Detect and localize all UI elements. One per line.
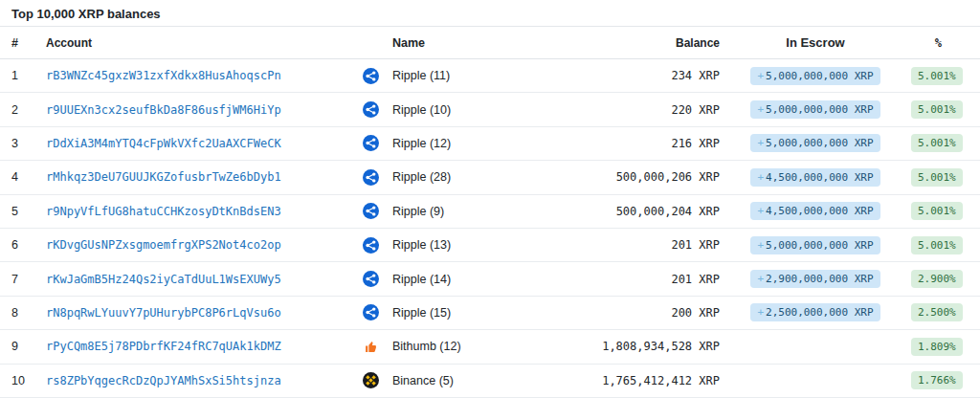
escrow-badge: +5,000,000,000 XRP xyxy=(750,236,880,254)
table-body: 1 rB3WNZc45gxzW31zxfXdkx8HusAhoqscPn Rip… xyxy=(0,59,980,398)
balance-cell: 1,765,412,412 XRP xyxy=(593,374,720,387)
name-cell: Ripple (13) xyxy=(383,238,593,252)
xrp-richlist-page: Top 10,000 XRP balances # Account Name B… xyxy=(0,0,980,398)
table-row: 1 rB3WNZc45gxzW31zxfXdkx8HusAhoqscPn Rip… xyxy=(0,59,980,93)
escrow-cell: +5,000,000,000 XRP xyxy=(720,134,911,152)
table-header-row: # Account Name Balance In Escrow % xyxy=(0,27,980,59)
percent-badge: 5.001% xyxy=(911,168,963,187)
header-rank: # xyxy=(0,36,46,50)
percent-badge: 5.001% xyxy=(911,202,963,220)
ripple-icon xyxy=(363,203,379,219)
percent-badge: 1.809% xyxy=(911,338,963,356)
rank-cell: 5 xyxy=(0,205,46,218)
percent-cell: 5.001% xyxy=(911,134,980,152)
ripple-icon xyxy=(363,304,379,321)
percent-cell: 5.001% xyxy=(911,168,980,187)
escrow-badge: +5,000,000,000 XRP xyxy=(750,100,880,119)
plus-sign: + xyxy=(757,205,764,217)
table-row: 3 rDdXiA3M4mYTQ4cFpWkVXfc2UaAXCFWeCK Rip… xyxy=(0,127,980,161)
coin-icon-cell xyxy=(358,68,383,84)
balance-cell: 216 XRP xyxy=(593,137,720,150)
rank-cell: 6 xyxy=(0,238,46,252)
plus-sign: + xyxy=(757,171,764,184)
rank-cell: 9 xyxy=(0,340,46,353)
escrow-cell: +5,000,000,000 XRP xyxy=(720,100,911,119)
plus-sign: + xyxy=(757,137,764,149)
name-cell: Ripple (10) xyxy=(383,103,593,117)
account-link[interactable]: rB3WNZc45gxzW31zxfXdkx8HusAhoqscPn xyxy=(46,69,281,82)
percent-badge: 5.001% xyxy=(911,67,963,85)
coin-icon-cell xyxy=(358,372,383,388)
rank-cell: 7 xyxy=(0,273,46,286)
ripple-icon xyxy=(363,237,379,254)
account-link[interactable]: rKwJaGmB5Hz24Qs2iyCaTdUuL1WsEXUWy5 xyxy=(46,273,281,286)
page-title: Top 10,000 XRP balances xyxy=(11,7,969,21)
balance-cell: 500,000,206 XRP xyxy=(593,170,720,184)
account-cell: rKDvgGUsNPZxsgmoemfrgXPS2Not4co2op xyxy=(46,238,358,252)
account-link[interactable]: r9UUEXn3cx2seufBkDa8F86usfjWM6HiYp xyxy=(46,103,281,117)
table-row: 10 rs8ZPbYqgecRcDzQpJYAMhSxSi5htsjnza Bi… xyxy=(0,365,980,398)
table-row: 6 rKDvgGUsNPZxsgmoemfrgXPS2Not4co2op Rip… xyxy=(0,229,980,262)
name-cell: Ripple (9) xyxy=(383,205,593,218)
escrow-cell: +4,500,000,000 XRP xyxy=(720,168,911,187)
percent-cell: 1.809% xyxy=(911,338,980,356)
name-cell: Ripple (14) xyxy=(383,273,593,286)
balance-cell: 1,808,934,528 XRP xyxy=(593,340,720,353)
percent-cell: 5.001% xyxy=(911,202,980,220)
title-bar: Top 10,000 XRP balances xyxy=(0,0,980,27)
name-cell: Ripple (11) xyxy=(383,69,593,82)
coin-icon-cell xyxy=(358,271,383,287)
account-link[interactable]: rN8pqRwLYuuvY7pUHurybPC8P6rLqVsu6o xyxy=(46,306,281,320)
account-cell: rN8pqRwLYuuvY7pUHurybPC8P6rLqVsu6o xyxy=(46,306,358,320)
account-link[interactable]: rMhkqz3DeU7GUUJKGZofusbrTwZe6bDyb1 xyxy=(46,170,281,184)
percent-cell: 1.766% xyxy=(911,371,980,389)
plus-sign: + xyxy=(757,306,764,319)
percent-cell: 2.500% xyxy=(911,303,980,321)
escrow-badge: +5,000,000,000 XRP xyxy=(750,67,880,85)
plus-sign: + xyxy=(757,103,764,116)
plus-sign: + xyxy=(757,70,764,82)
escrow-badge: +4,500,000,000 XRP xyxy=(750,168,880,187)
header-balance: Balance xyxy=(593,36,720,50)
account-cell: rPyCQm8E5j78PDbrfKF24fRC7qUAk1kDMZ xyxy=(46,340,358,353)
rank-cell: 1 xyxy=(0,69,46,82)
account-link[interactable]: rDdXiA3M4mYTQ4cFpWkVXfc2UaAXCFWeCK xyxy=(46,137,281,150)
balance-cell: 201 XRP xyxy=(593,238,720,252)
escrow-cell: +4,500,000,000 XRP xyxy=(720,202,911,220)
percent-cell: 5.001% xyxy=(911,236,980,254)
percent-badge: 2.500% xyxy=(911,303,963,321)
account-link[interactable]: rKDvgGUsNPZxsgmoemfrgXPS2Not4co2op xyxy=(46,238,281,252)
ripple-icon xyxy=(363,271,379,287)
table-row: 2 r9UUEXn3cx2seufBkDa8F86usfjWM6HiYp Rip… xyxy=(0,93,980,126)
header-escrow: In Escrow xyxy=(720,35,911,50)
rank-cell: 10 xyxy=(0,374,46,387)
escrow-badge: +2,500,000,000 XRP xyxy=(750,303,880,321)
coin-icon-cell xyxy=(358,304,383,321)
percent-badge: 1.766% xyxy=(911,371,963,389)
coin-icon-cell xyxy=(358,101,383,118)
balance-cell: 234 XRP xyxy=(593,69,720,82)
name-cell: Binance (5) xyxy=(383,374,593,387)
escrow-cell: +2,500,000,000 XRP xyxy=(720,303,911,321)
escrow-badge: +5,000,000,000 XRP xyxy=(750,134,880,152)
name-cell: Ripple (15) xyxy=(383,306,593,320)
name-cell: Ripple (12) xyxy=(383,137,593,150)
account-link[interactable]: rPyCQm8E5j78PDbrfKF24fRC7qUAk1kDMZ xyxy=(46,340,281,353)
account-link[interactable]: rs8ZPbYqgecRcDzQpJYAMhSxSi5htsjnza xyxy=(46,374,281,387)
header-account: Account xyxy=(46,36,358,50)
binance-icon xyxy=(363,372,379,388)
account-link[interactable]: r9NpyVfLfUG8hatuCCHKzosyDtKnBdsEN3 xyxy=(46,205,281,218)
header-percent: % xyxy=(911,36,980,50)
account-cell: rKwJaGmB5Hz24Qs2iyCaTdUuL1WsEXUWy5 xyxy=(46,273,358,286)
coin-icon-cell xyxy=(358,169,383,186)
rank-cell: 3 xyxy=(0,137,46,150)
escrow-badge: +4,500,000,000 XRP xyxy=(750,202,880,220)
table-row: 8 rN8pqRwLYuuvY7pUHurybPC8P6rLqVsu6o Rip… xyxy=(0,297,980,330)
coin-icon-cell xyxy=(358,203,383,219)
coin-icon-cell xyxy=(358,237,383,254)
escrow-cell: +5,000,000,000 XRP xyxy=(720,236,911,254)
account-cell: r9NpyVfLfUG8hatuCCHKzosyDtKnBdsEN3 xyxy=(46,205,358,218)
balance-cell: 500,000,204 XRP xyxy=(593,205,720,218)
rank-cell: 4 xyxy=(0,170,46,184)
table-row: 4 rMhkqz3DeU7GUUJKGZofusbrTwZe6bDyb1 Rip… xyxy=(0,161,980,194)
